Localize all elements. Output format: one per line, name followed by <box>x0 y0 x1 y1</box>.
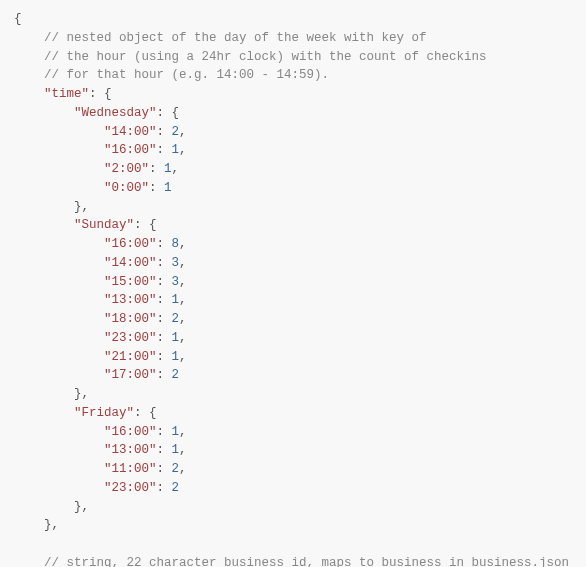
hour-key: "14:00" <box>104 256 157 270</box>
day-friday: "Friday" <box>74 406 134 420</box>
hour-val: 1 <box>172 350 180 364</box>
comment-line-2: // the hour (using a 24hr clock) with th… <box>44 50 487 64</box>
day-wednesday: "Wednesday" <box>74 106 157 120</box>
hour-key: "18:00" <box>104 312 157 326</box>
hour-key: "21:00" <box>104 350 157 364</box>
hour-key: "15:00" <box>104 275 157 289</box>
hour-val: 3 <box>172 275 180 289</box>
hour-val: 8 <box>172 237 180 251</box>
brace-open: { <box>14 12 22 26</box>
hour-key: "16:00" <box>104 143 157 157</box>
comment-line-4: // string, 22 character business id, map… <box>44 556 569 567</box>
hour-key: "23:00" <box>104 331 157 345</box>
hour-val: 1 <box>172 143 180 157</box>
hour-key: "16:00" <box>104 425 157 439</box>
hour-key: "17:00" <box>104 368 157 382</box>
comment-line-1: // nested object of the day of the week … <box>44 31 427 45</box>
hour-val: 1 <box>172 425 180 439</box>
hour-val: 1 <box>172 331 180 345</box>
code-block: { // nested object of the day of the wee… <box>0 0 586 567</box>
hour-val: 1 <box>164 162 172 176</box>
hour-key: "16:00" <box>104 237 157 251</box>
hour-val: 3 <box>172 256 180 270</box>
hour-val: 2 <box>172 481 180 495</box>
hour-key: "13:00" <box>104 443 157 457</box>
hour-val: 2 <box>172 125 180 139</box>
day-sunday: "Sunday" <box>74 218 134 232</box>
hour-key: "14:00" <box>104 125 157 139</box>
hour-key: "0:00" <box>104 181 149 195</box>
hour-val: 1 <box>172 443 180 457</box>
hour-val: 2 <box>172 312 180 326</box>
hour-val: 2 <box>172 462 180 476</box>
hour-key: "23:00" <box>104 481 157 495</box>
hour-key: "2:00" <box>104 162 149 176</box>
time-key: "time" <box>44 87 89 101</box>
comment-line-3: // for that hour (e.g. 14:00 - 14:59). <box>44 68 329 82</box>
hour-val: 1 <box>172 293 180 307</box>
hour-val: 1 <box>164 181 172 195</box>
hour-key: "13:00" <box>104 293 157 307</box>
hour-key: "11:00" <box>104 462 157 476</box>
hour-val: 2 <box>172 368 180 382</box>
